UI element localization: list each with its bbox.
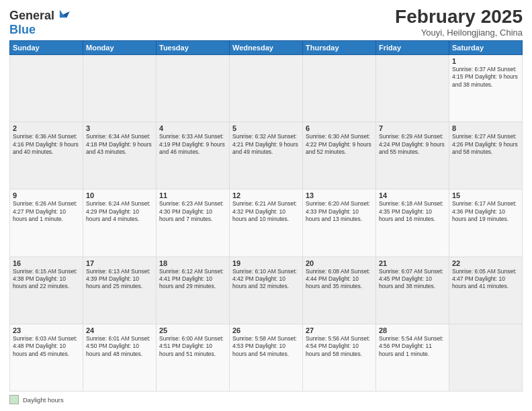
day-number: 6: [306, 124, 373, 132]
day-info: Sunrise: 6:23 AM Sunset: 4:30 PM Dayligh…: [159, 200, 226, 223]
day-number: 25: [159, 326, 226, 334]
calendar-cell: 8Sunrise: 6:27 AM Sunset: 4:26 PM Daylig…: [449, 122, 523, 189]
calendar-title: February 2025: [395, 7, 523, 28]
day-number: 28: [379, 326, 446, 334]
col-header-tuesday: Tuesday: [157, 40, 230, 54]
day-number: 8: [452, 124, 519, 132]
calendar-cell: 15Sunrise: 6:17 AM Sunset: 4:36 PM Dayli…: [449, 189, 523, 257]
day-number: 19: [232, 259, 300, 267]
calendar-cell: 22Sunrise: 6:05 AM Sunset: 4:47 PM Dayli…: [449, 257, 523, 324]
calendar-cell: [303, 54, 376, 122]
calendar-cell: 21Sunrise: 6:07 AM Sunset: 4:45 PM Dayli…: [376, 257, 449, 324]
footer-box: [9, 395, 19, 404]
day-info: Sunrise: 6:37 AM Sunset: 4:15 PM Dayligh…: [452, 66, 519, 89]
day-number: 3: [86, 124, 153, 132]
day-info: Sunrise: 6:21 AM Sunset: 4:32 PM Dayligh…: [232, 200, 300, 223]
day-number: 13: [306, 191, 373, 199]
calendar-cell: [83, 54, 157, 122]
calendar-cell: 17Sunrise: 6:13 AM Sunset: 4:39 PM Dayli…: [83, 257, 157, 324]
day-info: Sunrise: 6:13 AM Sunset: 4:39 PM Dayligh…: [86, 268, 153, 291]
calendar-cell: 26Sunrise: 5:58 AM Sunset: 4:53 PM Dayli…: [230, 324, 303, 391]
col-header-saturday: Saturday: [449, 40, 523, 54]
calendar-cell: 6Sunrise: 6:30 AM Sunset: 4:22 PM Daylig…: [303, 122, 376, 189]
calendar-week-3: 16Sunrise: 6:15 AM Sunset: 4:38 PM Dayli…: [10, 257, 523, 324]
day-info: Sunrise: 6:29 AM Sunset: 4:24 PM Dayligh…: [379, 133, 446, 156]
day-info: Sunrise: 6:01 AM Sunset: 4:50 PM Dayligh…: [86, 335, 153, 358]
day-info: Sunrise: 6:10 AM Sunset: 4:42 PM Dayligh…: [232, 268, 300, 291]
calendar-cell: 28Sunrise: 5:54 AM Sunset: 4:56 PM Dayli…: [376, 324, 449, 391]
calendar-cell: 24Sunrise: 6:01 AM Sunset: 4:50 PM Dayli…: [83, 324, 157, 391]
day-number: 9: [13, 191, 80, 199]
day-number: 7: [379, 124, 446, 132]
day-info: Sunrise: 6:15 AM Sunset: 4:38 PM Dayligh…: [13, 268, 80, 291]
calendar-cell: [230, 54, 303, 122]
calendar-cell: 19Sunrise: 6:10 AM Sunset: 4:42 PM Dayli…: [230, 257, 303, 324]
day-info: Sunrise: 5:54 AM Sunset: 4:56 PM Dayligh…: [379, 335, 446, 358]
calendar-cell: 13Sunrise: 6:20 AM Sunset: 4:33 PM Dayli…: [303, 189, 376, 257]
footer: Daylight hours: [9, 395, 523, 404]
day-number: 4: [159, 124, 226, 132]
calendar-week-2: 9Sunrise: 6:26 AM Sunset: 4:27 PM Daylig…: [10, 189, 523, 257]
calendar-cell: 20Sunrise: 6:08 AM Sunset: 4:44 PM Dayli…: [303, 257, 376, 324]
col-header-sunday: Sunday: [10, 40, 83, 54]
calendar-cell: [449, 324, 523, 391]
logo: General Blue: [9, 7, 71, 37]
day-number: 18: [159, 259, 226, 267]
calendar-subtitle: Youyi, Heilongjiang, China: [395, 28, 523, 38]
day-info: Sunrise: 6:32 AM Sunset: 4:21 PM Dayligh…: [232, 133, 300, 156]
day-number: 27: [306, 326, 373, 334]
day-number: 16: [13, 259, 80, 267]
calendar-cell: 7Sunrise: 6:29 AM Sunset: 4:24 PM Daylig…: [376, 122, 449, 189]
footer-label: Daylight hours: [23, 396, 64, 404]
calendar-cell: [10, 54, 83, 122]
calendar-cell: 12Sunrise: 6:21 AM Sunset: 4:32 PM Dayli…: [230, 189, 303, 257]
col-header-wednesday: Wednesday: [230, 40, 303, 54]
calendar-cell: 14Sunrise: 6:18 AM Sunset: 4:35 PM Dayli…: [376, 189, 449, 257]
day-number: 24: [86, 326, 153, 334]
day-info: Sunrise: 6:30 AM Sunset: 4:22 PM Dayligh…: [306, 133, 373, 156]
calendar-table: SundayMondayTuesdayWednesdayThursdayFrid…: [9, 40, 523, 392]
day-number: 20: [306, 259, 373, 267]
col-header-thursday: Thursday: [303, 40, 376, 54]
calendar-cell: 5Sunrise: 6:32 AM Sunset: 4:21 PM Daylig…: [230, 122, 303, 189]
calendar-cell: [157, 54, 230, 122]
day-number: 21: [379, 259, 446, 267]
day-info: Sunrise: 6:17 AM Sunset: 4:36 PM Dayligh…: [452, 200, 519, 223]
day-info: Sunrise: 6:27 AM Sunset: 4:26 PM Dayligh…: [452, 133, 519, 156]
day-number: 2: [13, 124, 80, 132]
calendar-week-0: 1Sunrise: 6:37 AM Sunset: 4:15 PM Daylig…: [10, 54, 523, 122]
calendar-cell: 9Sunrise: 6:26 AM Sunset: 4:27 PM Daylig…: [10, 189, 83, 257]
day-info: Sunrise: 6:03 AM Sunset: 4:48 PM Dayligh…: [13, 335, 80, 358]
day-number: 23: [13, 326, 80, 334]
calendar-cell: 18Sunrise: 6:12 AM Sunset: 4:41 PM Dayli…: [157, 257, 230, 324]
day-number: 1: [452, 57, 519, 65]
calendar-cell: 23Sunrise: 6:03 AM Sunset: 4:48 PM Dayli…: [10, 324, 83, 391]
calendar-week-1: 2Sunrise: 6:36 AM Sunset: 4:16 PM Daylig…: [10, 122, 523, 189]
logo-blue: Blue: [9, 23, 36, 37]
day-info: Sunrise: 6:34 AM Sunset: 4:18 PM Dayligh…: [86, 133, 153, 156]
day-number: 10: [86, 191, 153, 199]
day-number: 17: [86, 259, 153, 267]
header: General Blue February 2025 Youyi, Heilon…: [9, 7, 523, 38]
day-info: Sunrise: 6:18 AM Sunset: 4:35 PM Dayligh…: [379, 200, 446, 223]
day-info: Sunrise: 6:33 AM Sunset: 4:19 PM Dayligh…: [159, 133, 226, 156]
day-info: Sunrise: 6:20 AM Sunset: 4:33 PM Dayligh…: [306, 200, 373, 223]
day-number: 26: [232, 326, 300, 334]
day-info: Sunrise: 6:24 AM Sunset: 4:29 PM Dayligh…: [86, 200, 153, 223]
calendar-cell: [376, 54, 449, 122]
day-number: 15: [452, 191, 519, 199]
day-number: 12: [232, 191, 300, 199]
calendar-cell: 27Sunrise: 5:56 AM Sunset: 4:54 PM Dayli…: [303, 324, 376, 391]
day-number: 14: [379, 191, 446, 199]
day-info: Sunrise: 5:58 AM Sunset: 4:53 PM Dayligh…: [232, 335, 300, 358]
col-header-monday: Monday: [83, 40, 157, 54]
day-number: 11: [159, 191, 226, 199]
day-info: Sunrise: 6:26 AM Sunset: 4:27 PM Dayligh…: [13, 200, 80, 223]
col-header-friday: Friday: [376, 40, 449, 54]
title-area: February 2025 Youyi, Heilongjiang, China: [395, 7, 523, 38]
day-info: Sunrise: 6:07 AM Sunset: 4:45 PM Dayligh…: [379, 268, 446, 291]
day-number: 5: [232, 124, 300, 132]
calendar-cell: 16Sunrise: 6:15 AM Sunset: 4:38 PM Dayli…: [10, 257, 83, 324]
calendar-cell: 2Sunrise: 6:36 AM Sunset: 4:16 PM Daylig…: [10, 122, 83, 189]
page: General Blue February 2025 Youyi, Heilon…: [0, 0, 532, 411]
